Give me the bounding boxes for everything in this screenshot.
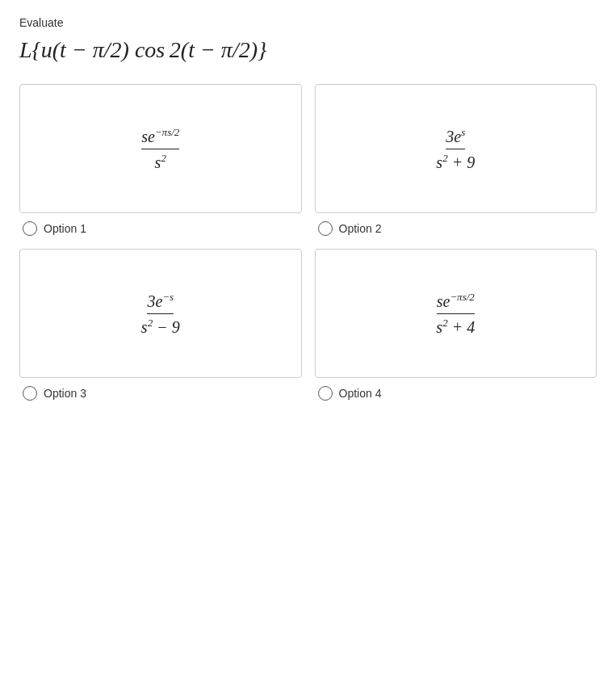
option-4-box[interactable]: se−πs/2 s2 + 4 <box>315 249 597 378</box>
option-1-formula: se−πs/2 s2 <box>141 126 179 171</box>
option-3-label: Option 3 <box>44 387 86 400</box>
option-2-box[interactable]: 3es s2 + 9 <box>315 84 597 213</box>
option-3-label-row: Option 3 <box>19 386 86 401</box>
option-4-label-row: Option 4 <box>315 386 382 401</box>
option-1-cell: se−πs/2 s2 Option 1 <box>19 84 302 236</box>
evaluate-label: Evaluate <box>19 16 597 29</box>
option-2-formula: 3es s2 + 9 <box>436 126 475 171</box>
option-1-label: Option 1 <box>44 222 86 235</box>
options-grid: se−πs/2 s2 Option 1 3es s2 + 9 Option 2 … <box>19 84 597 414</box>
option-1-radio[interactable] <box>23 221 37 236</box>
option-1-label-row: Option 1 <box>19 221 86 236</box>
option-4-formula: se−πs/2 s2 + 4 <box>436 291 475 336</box>
option-2-label: Option 2 <box>339 222 382 235</box>
option-3-box[interactable]: 3e−s s2 − 9 <box>19 249 302 378</box>
option-3-cell: 3e−s s2 − 9 Option 3 <box>19 249 302 401</box>
option-2-cell: 3es s2 + 9 Option 2 <box>315 84 597 236</box>
option-1-box[interactable]: se−πs/2 s2 <box>19 84 302 213</box>
option-2-label-row: Option 2 <box>315 221 382 236</box>
option-4-label: Option 4 <box>339 387 382 400</box>
option-4-radio[interactable] <box>318 386 333 401</box>
option-2-radio[interactable] <box>318 221 333 236</box>
option-4-cell: se−πs/2 s2 + 4 Option 4 <box>315 249 597 401</box>
problem-title: L{u(t − π/2) cos 2(t − π/2)} <box>19 36 597 65</box>
option-3-radio[interactable] <box>23 386 37 401</box>
option-3-formula: 3e−s s2 − 9 <box>141 291 180 336</box>
